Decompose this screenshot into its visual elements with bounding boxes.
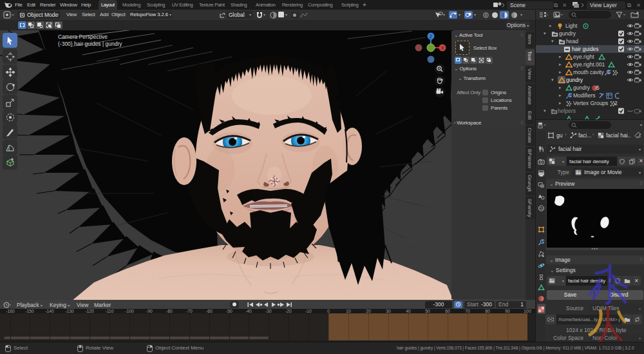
svg-text:X: X bbox=[441, 46, 444, 50]
svg-text:Z: Z bbox=[430, 34, 433, 39]
